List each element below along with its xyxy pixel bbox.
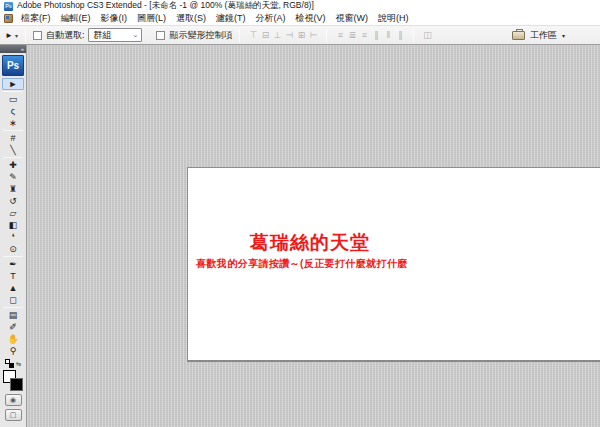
divider [25, 29, 26, 42]
document-icon[interactable] [4, 14, 13, 23]
options-icon-distribute-top-edges[interactable]: ≡ [334, 30, 346, 40]
menu-item-help[interactable]: 說明(H) [373, 12, 414, 25]
tool-button-rectangular-marquee[interactable]: ▭ [2, 93, 24, 105]
workspace-icon [512, 31, 525, 40]
window-title: Adobe Photoshop CS3 Extended - [未命名 -1 @… [17, 0, 314, 12]
auto-select-label: 自動選取: [46, 29, 85, 42]
divider [239, 29, 240, 42]
options-bar: ► ▾ 自動選取: 群組 ⌄ 顯示變形控制項 ⊤⊟⊥⊣⊞⊢ ≡≣≡∥‖∥ ◫ 工… [0, 25, 600, 45]
tool-button-eyedropper[interactable]: ✐ [2, 321, 24, 333]
tool-button-shape[interactable]: ◻ [2, 294, 24, 306]
tool-button-zoom[interactable]: ⚲ [2, 345, 24, 357]
canvas-subtitle-text: 喜歡我的分享請按讚～(反正要打什麼就打什麼 [196, 257, 408, 271]
work-area: 葛瑞絲的天堂 喜歡我的分享請按讚～(反正要打什麼就打什麼 [27, 45, 600, 427]
tool-group-divider [3, 130, 23, 131]
document-canvas[interactable]: 葛瑞絲的天堂 喜歡我的分享請按讚～(反正要打什麼就打什麼 [187, 167, 600, 362]
tool-button-history-brush[interactable]: ↺ [2, 195, 24, 207]
tool-button-hand[interactable]: ✋ [2, 333, 24, 345]
menu-item-file[interactable]: 檔案(F) [16, 12, 56, 25]
menu-item-view[interactable]: 檢視(V) [291, 12, 331, 25]
divider [413, 29, 414, 42]
tool-button-gradient[interactable]: ◧ [2, 219, 24, 231]
divider [326, 29, 327, 42]
options-icon-align-vertical-centers[interactable]: ⊟ [259, 30, 271, 40]
tool-button-clone-stamp[interactable]: ♜ [2, 183, 24, 195]
menu-item-image[interactable]: 影像(I) [96, 12, 133, 25]
default-colors-icon[interactable] [5, 359, 14, 368]
auto-select-value: 群組 [93, 29, 111, 42]
chevron-down-icon: ▾ [15, 32, 18, 39]
canvas-title-text: 葛瑞絲的天堂 [250, 230, 370, 256]
titlebar: Ps Adobe Photoshop CS3 Extended - [未命名 -… [0, 0, 600, 12]
photoshop-app-icon[interactable]: Ps [4, 2, 13, 11]
tool-button-magic-wand[interactable]: ∗ [2, 117, 24, 129]
show-transform-label: 顯示變形控制項 [169, 29, 232, 42]
menu-item-layer[interactable]: 圖層(L) [132, 12, 171, 25]
distribute-icon-group: ≡≣≡∥‖∥ [334, 30, 406, 40]
tool-group-divider [3, 91, 23, 92]
screen-mode-button[interactable]: ▢ [5, 409, 22, 421]
options-icon-align-top-edges[interactable]: ⊤ [247, 30, 259, 40]
options-icon-distribute-horizontal-centers[interactable]: ‖ [382, 30, 394, 40]
align-icon-group: ⊤⊟⊥⊣⊞⊢ [247, 30, 319, 40]
tool-button-crop[interactable]: # [2, 132, 24, 144]
switch-colors-icon[interactable]: ⇆ [16, 360, 21, 367]
tool-button-blur[interactable]: ❛ [2, 231, 24, 243]
ps-logo[interactable]: Ps [2, 55, 24, 76]
tool-group-divider [3, 157, 23, 158]
tool-button-brush[interactable]: ✎ [2, 171, 24, 183]
tool-button-spot-healing-brush[interactable]: ✚ [2, 159, 24, 171]
toolbox-tools: ►▭ς∗#╲✚✎♜↺▱◧❛⊙✒T▲◻▤✐✋⚲ [2, 78, 24, 357]
options-icon-align-right-edges[interactable]: ⊢ [307, 30, 319, 40]
menu-item-edit[interactable]: 編輯(E) [56, 12, 96, 25]
options-icon-distribute-right-edges[interactable]: ∥ [394, 30, 406, 40]
chevron-down-icon: ⌄ [133, 31, 139, 39]
tool-group-divider [3, 307, 23, 308]
tool-group-divider [3, 256, 23, 257]
menu-item-select[interactable]: 選取(S) [171, 12, 211, 25]
options-icon-align-left-edges[interactable]: ⊣ [283, 30, 295, 40]
workspace-label: 工作區 [530, 29, 557, 42]
options-icon-align-bottom-edges[interactable]: ⊥ [271, 30, 283, 40]
color-swatches [3, 370, 23, 391]
menu-item-filter[interactable]: 濾鏡(T) [211, 12, 251, 25]
auto-select-checkbox[interactable] [33, 31, 42, 40]
auto-select-dropdown[interactable]: 群組 ⌄ [88, 28, 142, 42]
menubar-items: 檔案(F)編輯(E)影像(I)圖層(L)選取(S)濾鏡(T)分析(A)檢視(V)… [16, 12, 414, 25]
options-icon-distribute-left-edges[interactable]: ∥ [370, 30, 382, 40]
tool-button-dodge[interactable]: ⊙ [2, 243, 24, 255]
workspace-button[interactable]: 工作區 ▾ [512, 29, 565, 42]
tool-button-pen[interactable]: ✒ [2, 258, 24, 270]
options-icon-align-horizontal-centers[interactable]: ⊞ [295, 30, 307, 40]
tool-button-path-selection[interactable]: ▲ [2, 282, 24, 294]
auto-align-layers-icon[interactable]: ◫ [421, 30, 433, 40]
options-icon-distribute-vertical-centers[interactable]: ≣ [346, 30, 358, 40]
tool-button-slice[interactable]: ╲ [2, 144, 24, 156]
menu-item-window[interactable]: 視窗(W) [331, 12, 374, 25]
background-color-swatch[interactable] [10, 378, 23, 391]
quick-mask-button[interactable]: ◉ [5, 394, 22, 406]
move-tool-icon: ► [5, 31, 13, 40]
options-icon-distribute-bottom-edges[interactable]: ≡ [358, 30, 370, 40]
toolbox: » Ps ►▭ς∗#╲✚✎♜↺▱◧❛⊙✒T▲◻▤✐✋⚲ ⇆ ◉ ▢ [0, 45, 27, 427]
toolbox-collapse-button[interactable]: » [0, 45, 26, 53]
menubar: 檔案(F)編輯(E)影像(I)圖層(L)選取(S)濾鏡(T)分析(A)檢視(V)… [0, 12, 600, 25]
photoshop-window: Ps Adobe Photoshop CS3 Extended - [未命名 -… [0, 0, 600, 427]
tool-button-notes[interactable]: ▤ [2, 309, 24, 321]
tool-button-move[interactable]: ► [2, 78, 24, 90]
tool-button-type[interactable]: T [2, 270, 24, 282]
tool-button-lasso[interactable]: ς [2, 105, 24, 117]
chevron-down-icon: ▾ [562, 32, 565, 39]
show-transform-checkbox[interactable] [156, 31, 165, 40]
menu-item-analysis[interactable]: 分析(A) [251, 12, 291, 25]
tool-button-eraser[interactable]: ▱ [2, 207, 24, 219]
tool-preset-picker[interactable]: ► ▾ [5, 31, 18, 40]
